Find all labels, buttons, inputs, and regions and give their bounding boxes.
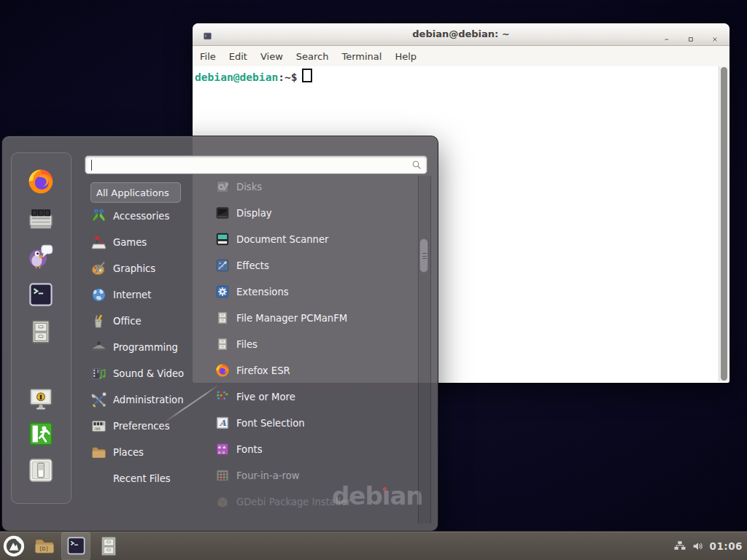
category-label: Recent Files xyxy=(113,473,171,484)
app-label: Effects xyxy=(236,260,269,271)
launcher-file-cabinet[interactable] xyxy=(97,534,120,558)
category-label: Accessories xyxy=(113,211,169,222)
category-label: Sound & Video xyxy=(113,368,184,379)
category-label: Office xyxy=(113,316,142,327)
app-extensions[interactable]: Extensions xyxy=(211,279,417,305)
category-sound-video[interactable]: Sound & Video xyxy=(86,360,196,386)
window-buttons xyxy=(664,23,718,45)
fonts-icon: a aa a xyxy=(215,442,230,456)
maximize-button[interactable] xyxy=(688,31,694,37)
five-or-more-icon xyxy=(215,389,230,404)
app-label: Four-in-a-row xyxy=(236,470,299,481)
category-graphics[interactable]: Graphics xyxy=(86,255,196,281)
category-label: Preferences xyxy=(113,421,170,432)
category-administration[interactable]: Administration xyxy=(86,386,196,413)
app-label: GDebi Package Installer xyxy=(236,497,351,508)
app-document-scanner[interactable]: Document Scanner xyxy=(211,226,417,252)
extensions-icon xyxy=(215,284,230,299)
favorite-shutdown[interactable] xyxy=(27,456,55,484)
category-programming[interactable]: Programming xyxy=(86,334,196,360)
internet-icon xyxy=(90,287,107,303)
app-label: Files xyxy=(236,339,258,350)
gdebi-icon xyxy=(215,494,230,509)
effects-icon xyxy=(215,258,230,273)
app-font-selection[interactable]: AFont Selection xyxy=(211,410,417,436)
favorite-file-cabinet[interactable] xyxy=(27,318,55,346)
category-internet[interactable]: Internet xyxy=(86,281,196,308)
menu-scrollbar-thumb[interactable] xyxy=(419,238,428,273)
menu-scrollbar[interactable] xyxy=(418,176,431,524)
app-five-or-more[interactable]: Five or More xyxy=(211,384,417,410)
svg-text:a a: a a xyxy=(218,444,225,449)
svg-text:a a: a a xyxy=(218,449,225,454)
category-all-applications[interactable]: All Applications xyxy=(90,182,181,203)
prompt-suffix: :~$ xyxy=(278,71,297,83)
terminal-menu-edit[interactable]: Edit xyxy=(222,51,254,62)
terminal-menu-search[interactable]: Search xyxy=(290,51,336,62)
graphics-icon xyxy=(90,260,107,277)
app-effects[interactable]: Effects xyxy=(211,252,417,279)
document-scanner-icon xyxy=(215,232,230,246)
terminal-icon xyxy=(66,535,87,556)
category-office[interactable]: Office xyxy=(86,308,196,334)
app-display[interactable]: Display xyxy=(211,200,417,226)
app-disks[interactable]: Disks xyxy=(211,174,417,200)
favorite-pidgin[interactable] xyxy=(27,243,55,271)
application-menu: debıan All ApplicationsAccessoriesGamesG… xyxy=(1,136,438,532)
category-label: Administration xyxy=(113,394,184,405)
terminal-menubar: FileEditViewSearchTerminalHelp xyxy=(193,46,729,67)
app-label: Fonts xyxy=(236,444,263,455)
font-selection-icon: A xyxy=(215,416,230,430)
terminal-menu-view[interactable]: View xyxy=(254,51,290,62)
search-input[interactable] xyxy=(85,155,427,174)
accessories-icon xyxy=(90,208,107,225)
taskbar-window-terminal[interactable] xyxy=(61,532,90,560)
minimize-button[interactable] xyxy=(664,31,670,37)
app-fonts[interactable]: a aa aFonts xyxy=(211,436,417,462)
disks-icon xyxy=(215,179,230,194)
svg-text:A: A xyxy=(219,418,227,428)
volume-icon[interactable] xyxy=(692,540,705,553)
app-file-manager-pcmanfm[interactable]: File Manager PCManFM xyxy=(211,305,417,331)
app-label: Firefox ESR xyxy=(236,365,290,376)
terminal-cursor xyxy=(302,69,312,82)
svg-text:[D]: [D] xyxy=(39,545,49,551)
file-cabinet-icon xyxy=(215,337,230,351)
system-tray: 01:06 xyxy=(673,540,747,553)
app-label: File Manager PCManFM xyxy=(236,313,347,324)
favorite-terminal[interactable] xyxy=(27,281,55,308)
terminal-scrollbar[interactable] xyxy=(719,66,729,381)
close-button[interactable] xyxy=(712,31,718,37)
office-icon xyxy=(90,313,107,330)
app-four-in-a-row[interactable]: Four-in-a-row xyxy=(211,462,417,489)
category-label: Games xyxy=(113,237,147,248)
terminal-menu-terminal[interactable]: Terminal xyxy=(335,51,388,62)
category-accessories[interactable]: Accessories xyxy=(86,203,196,229)
desktop: debian@debian: ~ FileEditViewSearchTermi… xyxy=(0,0,747,560)
games-icon xyxy=(90,234,107,251)
terminal-scrollbar-thumb[interactable] xyxy=(721,67,727,381)
terminal-prompt-line: debian@debian:~$ xyxy=(195,69,312,83)
category-label: Graphics xyxy=(113,263,155,274)
favorite-firefox[interactable] xyxy=(27,168,55,195)
preferences-icon: 789 xyxy=(90,418,107,435)
favorite-control-panel[interactable] xyxy=(27,205,55,233)
category-recent-files[interactable]: Recent Files xyxy=(86,465,196,491)
clock[interactable]: 01:06 xyxy=(710,540,743,552)
terminal-menu-file[interactable]: File xyxy=(193,51,222,62)
category-preferences[interactable]: 789Preferences xyxy=(86,413,196,439)
application-list: DisksDisplayDocument ScannerEffectsExten… xyxy=(211,174,417,515)
terminal-menu-help[interactable]: Help xyxy=(388,51,423,62)
menu-button[interactable] xyxy=(1,534,26,559)
favorite-logout[interactable] xyxy=(27,420,55,448)
file-cabinet-icon xyxy=(215,311,230,325)
category-places[interactable]: Places xyxy=(86,439,196,465)
favorite-screensaver[interactable] xyxy=(27,385,55,413)
app-gdebi-package-installer[interactable]: GDebi Package Installer xyxy=(211,489,417,515)
category-games[interactable]: Games xyxy=(86,229,196,255)
terminal-titlebar[interactable]: debian@debian: ~ xyxy=(193,23,729,46)
app-firefox-esr[interactable]: Firefox ESR xyxy=(211,357,417,384)
launcher-folder[interactable]: [D] xyxy=(33,534,56,558)
network-icon[interactable] xyxy=(673,540,686,553)
app-files[interactable]: Files xyxy=(211,331,417,357)
